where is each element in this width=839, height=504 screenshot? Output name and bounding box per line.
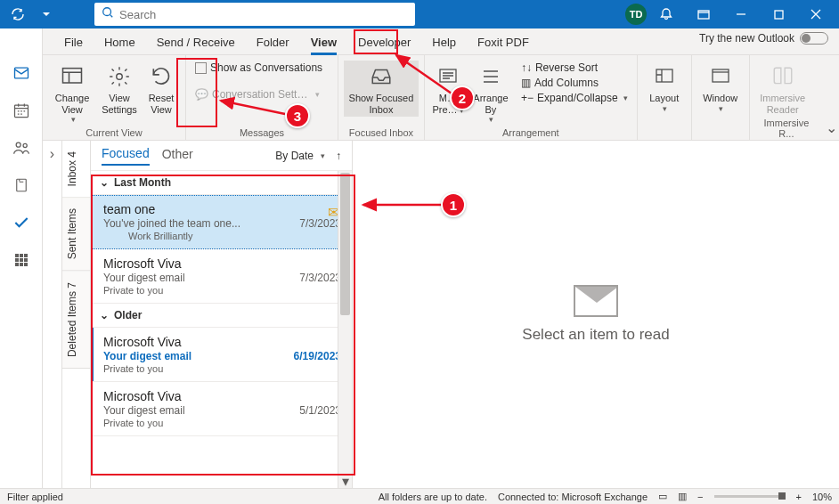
zoom-slider[interactable]	[714, 495, 786, 498]
scrollbar-thumb[interactable]	[340, 173, 350, 315]
tab-help[interactable]: Help	[421, 30, 467, 54]
tab-send-receive[interactable]: Send / Receive	[146, 30, 246, 54]
tab-file[interactable]: File	[53, 30, 94, 54]
window-button[interactable]: Window▾	[697, 61, 744, 115]
mail-icon[interactable]	[9, 61, 34, 85]
view-settings-label: View Settings	[100, 93, 139, 115]
scrollbar[interactable]: ▾	[338, 171, 352, 488]
tab-folder[interactable]: Folder	[246, 30, 300, 54]
svg-point-0	[103, 8, 111, 16]
group-window: Window▾	[692, 55, 750, 140]
sort-icon: ↑↓	[521, 61, 532, 74]
view-reading-icon[interactable]: ▥	[678, 491, 687, 502]
immersive-reader-label: Immersive Reader	[757, 93, 809, 115]
layout-button[interactable]: Layout▾	[643, 61, 686, 115]
try-new-outlook[interactable]: Try the new Outlook	[699, 32, 828, 45]
avatar[interactable]: TD	[625, 4, 647, 25]
focused-tab[interactable]: Focused	[102, 146, 150, 166]
message-preview: Private to you	[103, 285, 341, 296]
other-tab[interactable]: Other	[162, 147, 193, 165]
close-button[interactable]	[798, 0, 834, 28]
tab-foxit-pdf[interactable]: Foxit PDF	[467, 30, 540, 54]
notifications-icon[interactable]	[648, 0, 684, 28]
message-list-body[interactable]: ⌄Last Month ✉ team one You've joined the…	[91, 171, 352, 488]
group-layout: Layout▾	[638, 55, 692, 140]
reverse-sort-button[interactable]: ↑↓Reverse Sort	[517, 61, 631, 75]
calendar-icon[interactable]	[9, 98, 34, 123]
try-new-toggle[interactable]	[800, 32, 828, 45]
group-immersive: Immersive Reader Immersive R...	[750, 55, 823, 140]
empty-label	[643, 126, 686, 139]
folder-tabs: Inbox 4 Sent Items Deleted Items 7	[62, 141, 91, 488]
tasks-icon[interactable]	[9, 210, 34, 235]
empty-label2	[697, 126, 744, 139]
svg-point-4	[117, 74, 123, 80]
immersive-reader-button[interactable]: Immersive Reader	[755, 61, 810, 117]
message-item[interactable]: Microsoft Viva Your digest email5/1/2023…	[91, 382, 352, 436]
group-label-messages: Messages	[191, 126, 332, 139]
window-icon	[706, 62, 735, 91]
maximize-button[interactable]	[761, 0, 796, 28]
layout-label: Layout	[649, 93, 679, 104]
svg-rect-3	[63, 69, 82, 83]
sort-by-date[interactable]: By Date▾↑	[275, 150, 341, 162]
message-item[interactable]: Microsoft Viva Your digest email7/3/2023…	[91, 249, 352, 304]
folder-tab-deleted[interactable]: Deleted Items 7	[62, 272, 90, 369]
arrange-icon	[477, 62, 505, 91]
svg-point-11	[23, 143, 27, 147]
people-icon[interactable]	[9, 135, 34, 160]
folder-pane-expand[interactable]: ›	[43, 141, 62, 488]
left-rail	[0, 28, 43, 488]
zoom-plus-icon[interactable]: +	[796, 492, 802, 502]
search-input[interactable]	[119, 8, 408, 21]
expand-collapse-button[interactable]: +−Expand/Collapse▾	[517, 91, 631, 105]
folder-tab-sent[interactable]: Sent Items	[62, 198, 90, 271]
conversation-settings-button[interactable]: 💬Conversation Settings▾	[191, 87, 326, 102]
show-focused-inbox-button[interactable]: Show Focused Inbox	[344, 61, 419, 117]
sort-label: By Date	[275, 150, 314, 162]
ribbon-collapse-icon[interactable]: ⌄	[823, 55, 839, 140]
search-box[interactable]	[94, 3, 415, 26]
window-mode-icon[interactable]	[686, 0, 721, 28]
group-older[interactable]: ⌄Older	[91, 304, 352, 328]
scroll-down-icon[interactable]: ▾	[338, 474, 352, 488]
view-normal-icon[interactable]: ▭	[658, 491, 667, 502]
titlebar-dropdown-icon[interactable]	[34, 2, 59, 27]
message-item[interactable]: Microsoft Viva Your digest email6/19/202…	[91, 328, 352, 382]
show-conv-label: Show as Conversations	[210, 61, 322, 74]
message-preview-button[interactable]: M…Pre…▾	[430, 61, 466, 117]
group-messages: Show as Conversations 💬Conversation Sett…	[186, 55, 338, 140]
message-subject: Your digest email	[103, 350, 287, 362]
conv-settings-label: Conversation Settings	[212, 88, 310, 101]
refresh-icon[interactable]	[5, 2, 30, 27]
message-preview: Work Brilliantly	[103, 231, 341, 241]
group-focused-inbox: Show Focused Inbox Focused Inbox	[338, 55, 425, 140]
change-view-button[interactable]: Change View▾	[48, 61, 96, 126]
tab-home[interactable]: Home	[94, 30, 146, 54]
arrange-by-button[interactable]: Arrange By▾	[468, 61, 514, 126]
tab-view[interactable]: View	[300, 30, 347, 54]
svg-rect-13	[15, 254, 19, 257]
layout-icon	[650, 62, 679, 91]
message-item[interactable]: ✉ team one You've joined the team one...…	[91, 195, 352, 249]
reader-icon	[769, 62, 797, 91]
change-view-icon	[58, 62, 86, 91]
group-last-month[interactable]: ⌄Last Month	[91, 171, 352, 195]
reset-view-button[interactable]: Reset View	[143, 61, 180, 117]
view-settings-button[interactable]: View Settings	[98, 61, 141, 117]
tab-developer[interactable]: Developer	[347, 30, 421, 54]
envelope-icon	[574, 285, 618, 317]
minimize-button[interactable]	[723, 0, 759, 28]
show-as-conversations-checkbox[interactable]: Show as Conversations	[191, 61, 326, 75]
gear-icon	[105, 62, 134, 91]
message-date: 5/1/2023	[299, 404, 341, 417]
add-columns-button[interactable]: ▥Add Columns	[517, 76, 631, 90]
message-sender: team one	[103, 202, 341, 216]
folder-tab-inbox[interactable]: Inbox 4	[62, 141, 90, 198]
more-apps-icon[interactable]	[9, 248, 34, 272]
main-area: › Inbox 4 Sent Items Deleted Items 7 Foc…	[43, 141, 839, 488]
notes-icon[interactable]	[9, 173, 34, 198]
reset-icon	[147, 62, 175, 91]
zoom-minus-icon[interactable]: −	[697, 492, 703, 502]
ribbon: Change View▾ View Settings Reset View Cu…	[43, 55, 839, 141]
